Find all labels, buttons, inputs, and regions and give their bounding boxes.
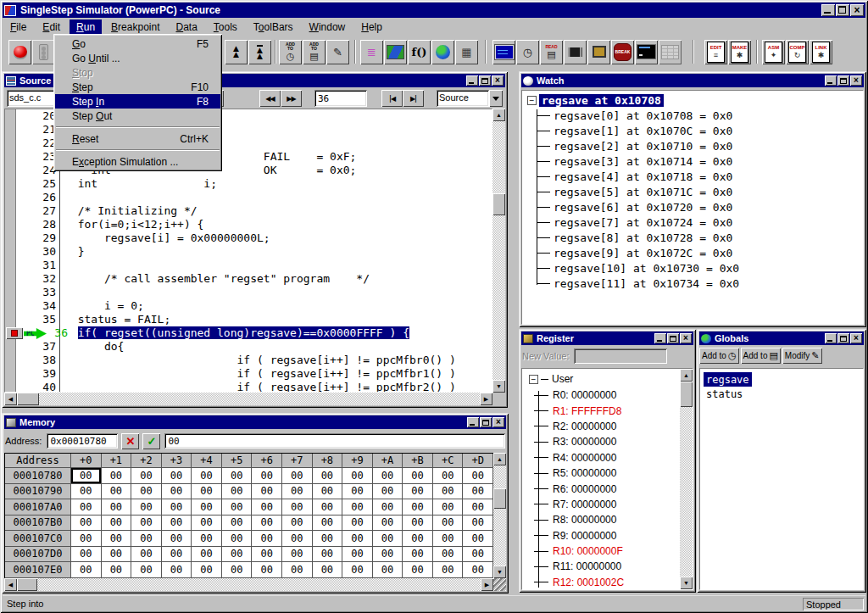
code-line-33[interactable]: 33 (5, 286, 492, 299)
register-item-r8[interactable]: R8: 00000000 (527, 512, 693, 527)
source-maximize-button[interactable] (479, 75, 491, 86)
step-up-button[interactable]: ▲ ▲ (225, 40, 248, 64)
notes-button[interactable]: ✎ (326, 40, 349, 64)
memory-cell[interactable]: 00 (71, 562, 102, 578)
memory-maximize-button[interactable] (480, 417, 492, 427)
register-maximize-button[interactable] (667, 333, 679, 343)
seek-last-button[interactable]: ▶| (403, 90, 424, 107)
memory-cell[interactable]: 00 (342, 515, 373, 532)
source-vertical-scrollbar[interactable]: ▲ ▼ (492, 109, 505, 393)
nav-back-button[interactable]: ◀◀ (259, 90, 281, 107)
resize-grip[interactable] (493, 578, 506, 591)
memory-close-button[interactable]: × (492, 417, 504, 427)
memory-cell[interactable]: 00 (433, 531, 464, 547)
scroll-thumb[interactable] (492, 193, 505, 215)
add-to-notebook-button[interactable]: Add to▤ (741, 348, 781, 364)
register-item-r12[interactable]: R12: 0001002C (527, 575, 693, 590)
watch-item[interactable]: regsave[9] at 0x1072C = 0x0 (527, 245, 863, 260)
source-map-button[interactable] (384, 40, 407, 64)
memory-cell[interactable]: 00 (373, 468, 403, 484)
register-minimize-button[interactable] (654, 333, 666, 343)
memory-cell[interactable]: 00 (342, 468, 373, 484)
watch-item[interactable]: regsave[8] at 0x10728 = 0x0 (527, 230, 863, 245)
memory-cell[interactable]: 00 (342, 499, 373, 515)
memory-cell[interactable]: 00 (373, 562, 403, 578)
globals-item-regsave[interactable]: regsave (704, 372, 752, 387)
scroll-left-button[interactable]: ◀ (4, 393, 17, 405)
watch-root-label[interactable]: regsave at 0x10708 (539, 94, 664, 107)
code-line-28[interactable]: 28 for(i=0;i<12;i++) { (5, 218, 492, 231)
menu-data[interactable]: Data (169, 20, 203, 35)
scroll-down-button[interactable]: ▼ (493, 566, 506, 578)
memory-cell[interactable]: 00 (313, 547, 343, 563)
scroll-thumb[interactable] (17, 578, 37, 591)
code-line-26[interactable]: 26 (5, 191, 492, 204)
seek-first-button[interactable]: |◀ (381, 90, 403, 107)
scroll-right-button[interactable]: ▶ (481, 578, 493, 591)
memory-cell[interactable]: 00 (463, 468, 493, 484)
code-line-32[interactable]: 32 /* call assembler "regset" program */ (5, 272, 492, 286)
memory-cell[interactable]: 00 (222, 562, 253, 578)
memory-cell[interactable]: 00 (282, 562, 313, 578)
step-top-button[interactable]: ▲ ▲ (248, 40, 271, 64)
memory-cell[interactable]: 00 (162, 468, 192, 484)
code-line-38[interactable]: 38 if ( regsave[i++] != ppcMfbr0() ) (5, 354, 492, 367)
menu-window[interactable]: Window (303, 20, 353, 35)
register-item-r10[interactable]: R10: 0000000F (527, 543, 693, 559)
memory-cell[interactable]: 00 (463, 499, 493, 515)
watch-maximize-button[interactable] (837, 75, 849, 86)
register-item-r5[interactable]: R5: 00000000 (527, 465, 693, 481)
read-docs-button[interactable]: READ▤ (540, 40, 563, 64)
code-line-37[interactable]: 37 do{ (5, 340, 492, 354)
memory-cell[interactable]: 00 (373, 515, 403, 532)
memory-cell[interactable]: 00 (131, 468, 162, 484)
memory-cell[interactable]: 00 (162, 562, 192, 578)
register-item-r9[interactable]: R9: 00000000 (527, 528, 693, 543)
file-cabinet-button[interactable]: ▦ (455, 40, 478, 64)
restore-button[interactable] (836, 4, 849, 16)
watch-item[interactable]: regsave[11] at 0x10734 = 0x0 (527, 276, 863, 291)
memory-cell[interactable]: 00 (433, 547, 464, 563)
code-line-36[interactable]: PC36 if( regset((unsigned long)regsave)=… (5, 326, 492, 340)
menu-edit[interactable]: Edit (36, 20, 67, 35)
collapse-toggle-icon[interactable]: − (529, 375, 538, 384)
edit-file-button[interactable]: EDIT≡ (704, 40, 727, 64)
watch-item[interactable]: regsave[7] at 0x10724 = 0x0 (527, 215, 863, 230)
link-button[interactable]: LINK✱ (810, 40, 832, 64)
menu-toolbars[interactable]: ToolBars (247, 20, 300, 35)
code-line-35[interactable]: 35 status = FAIL; (5, 313, 492, 326)
watch-item[interactable]: regsave[10] at 0x10730 = 0x0 (527, 260, 863, 276)
watch-item[interactable]: regsave[2] at 0x10710 = 0x0 (527, 138, 863, 153)
code-line-39[interactable]: 39 if ( regsave[i++] != ppcMfbr1() ) (5, 367, 492, 381)
memory-cell[interactable]: 00 (222, 468, 253, 484)
register-item-r4[interactable]: R4: 00000000 (527, 450, 693, 465)
run-menu-item-exception-simulation[interactable]: Exception Simulation ... (55, 154, 220, 169)
memory-cell[interactable]: 00 (282, 531, 313, 547)
globals-minimize-button[interactable] (825, 333, 837, 343)
memory-cell[interactable]: 00 (252, 562, 282, 578)
register-item-r11[interactable]: R11: 00000000 (527, 559, 693, 574)
memory-cell[interactable]: 00 (102, 468, 132, 484)
memory-cell[interactable]: 00 (433, 515, 464, 532)
watch-item[interactable]: regsave[0] at 0x10708 = 0x0 (527, 108, 863, 123)
globals-item-status[interactable]: status (704, 387, 745, 401)
memory-cell[interactable]: 00 (313, 562, 343, 578)
modify-pencil-button[interactable]: Modify✎ (782, 348, 822, 364)
memory-cell[interactable]: 00 (252, 515, 282, 532)
memory-cell[interactable]: 00 (373, 531, 403, 547)
menu-tools[interactable]: Tools (207, 20, 244, 35)
memory-cell[interactable]: 00 (222, 499, 253, 515)
run-menu-item-go[interactable]: GoF5 (55, 36, 220, 51)
memory-cell[interactable]: 00 (131, 562, 162, 578)
memory-cell[interactable]: 00 (252, 531, 282, 547)
memory-cell[interactable]: 00 (162, 515, 192, 532)
memory-cell[interactable]: 00 (162, 531, 192, 547)
memory-horizontal-scrollbar[interactable]: ◀ ▶ (4, 578, 493, 591)
menu-file[interactable]: File (3, 20, 33, 35)
manuals-button[interactable]: ≣ (360, 40, 383, 64)
cancel-address-button[interactable]: ✕ (121, 433, 139, 449)
collapse-toggle-icon[interactable]: − (527, 96, 537, 105)
memory-cell[interactable]: 00 (252, 484, 282, 500)
memory-cell[interactable]: 00 (433, 499, 464, 515)
scroll-thumb[interactable] (17, 393, 39, 405)
